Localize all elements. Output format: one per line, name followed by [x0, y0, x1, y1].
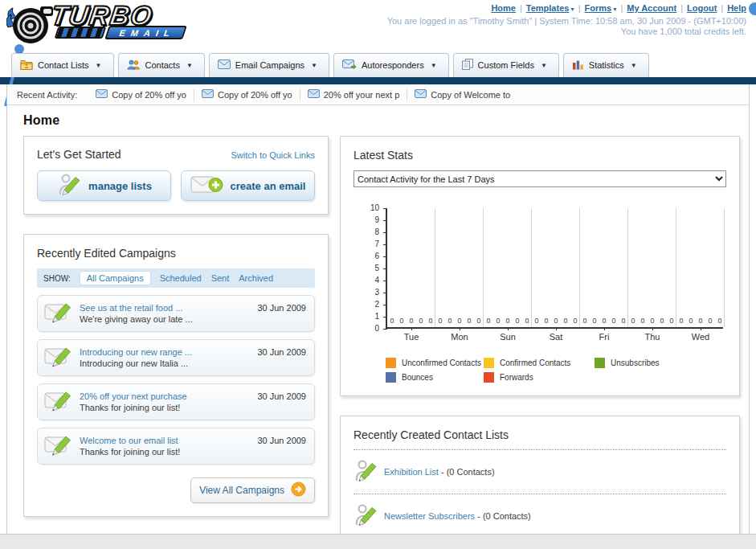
- chart-gridline: [483, 208, 484, 327]
- turbo-logo[interactable]: TURBO EMAIL: [6, 3, 185, 48]
- link-separator: |: [721, 3, 723, 13]
- bar-value-label: 0: [464, 317, 474, 325]
- y-axis-tick: [383, 256, 387, 257]
- recent-activity-item[interactable]: 20% off your next p: [300, 88, 407, 101]
- top-links-nav: Home|Templates ▾|Forms ▾|My Account|Logo…: [387, 3, 746, 13]
- bar-value-label: 0: [676, 317, 686, 325]
- top-link-help[interactable]: Help: [727, 3, 746, 13]
- legend-label: Confirmed Contacts: [500, 358, 570, 367]
- campaign-date: 30 Jun 2009: [257, 303, 306, 313]
- bar-value-label: 0: [484, 317, 493, 325]
- top-link-home[interactable]: Home: [491, 3, 516, 13]
- recent-activity-item[interactable]: Copy of Welcome to: [407, 88, 517, 101]
- recent-activity-label: Recent Activity:: [17, 90, 77, 100]
- contact-list-item[interactable]: Exhibition List - (0 Contacts): [353, 457, 726, 486]
- logo-text: TURBO EMAIL: [51, 3, 185, 39]
- filter-scheduled[interactable]: Scheduled: [160, 273, 202, 283]
- campaign-list-item[interactable]: 20% off your next purchaseThanks for joi…: [37, 383, 315, 420]
- campaign-list-item[interactable]: Introducing our new range ...Introducing…: [37, 339, 315, 376]
- tab-statistics[interactable]: Statistics▼: [563, 53, 649, 77]
- filter-all-campaigns[interactable]: All Campaigns: [80, 272, 150, 285]
- y-axis-tick-label: 6: [363, 252, 379, 260]
- tab-autoresponders[interactable]: Autoresponders▼: [333, 53, 449, 77]
- contact-list-item[interactable]: Newsletter Subscribers - (0 Contacts): [353, 502, 726, 531]
- tab-email-campaigns[interactable]: Email Campaigns▼: [209, 53, 329, 77]
- filter-archived[interactable]: Archived: [239, 273, 273, 283]
- bar-value-label: 0: [455, 317, 464, 325]
- tab-label: Custom Fields: [478, 60, 534, 70]
- login-info: You are logged in as "Timothy Smith" | S…: [387, 16, 746, 26]
- top-header: TURBO EMAIL Home|Templates ▾|Forms ▾|My …: [0, 0, 756, 77]
- arrow-circle-icon: [291, 481, 306, 499]
- decorative-dot: [749, 2, 756, 15]
- legend-item: Confirmed Contacts: [484, 358, 595, 368]
- recent-activity-bar: Recent Activity: Copy of 20% off yoCopy …: [7, 84, 749, 105]
- tab-contacts[interactable]: Contacts▼: [118, 53, 205, 77]
- mail-small-icon: [308, 89, 320, 100]
- campaign-subtitle: We're giving away our late ...: [80, 314, 251, 324]
- bar-value-label: 0: [686, 317, 696, 325]
- campaign-title[interactable]: Welcome to our email list: [80, 436, 251, 445]
- x-axis-tick: [556, 327, 557, 330]
- top-link-logout[interactable]: Logout: [687, 3, 717, 13]
- chart-gridline: [676, 208, 676, 327]
- y-axis-tick-label: 9: [363, 215, 379, 224]
- link-separator: |: [620, 3, 623, 13]
- list-edit-icon: [353, 503, 378, 529]
- header-right: Home|Templates ▾|Forms ▾|My Account|Logo…: [387, 3, 746, 36]
- logo-stripes: [55, 27, 107, 39]
- y-axis-tick: [383, 244, 387, 245]
- bar-value-label: 0: [426, 317, 435, 325]
- contact-list-link[interactable]: Newsletter Subscribers: [384, 511, 475, 521]
- turbo-swirl-icon: [6, 3, 56, 48]
- contact-list-link[interactable]: Exhibition List: [384, 467, 439, 477]
- y-axis-tick-label: 3: [363, 288, 379, 297]
- tab-custom-fields[interactable]: Custom Fields▼: [453, 53, 559, 77]
- x-axis-label: Sat: [532, 332, 580, 342]
- y-axis-tick: [383, 305, 387, 305]
- bar-value-label: 0: [570, 317, 580, 325]
- campaign-edit-icon: [44, 301, 73, 326]
- tab-contact-lists[interactable]: Contact Lists▼: [11, 53, 114, 77]
- switch-quick-links[interactable]: Switch to Quick Links: [231, 150, 315, 160]
- logo-word-email: EMAIL: [104, 26, 187, 39]
- top-link-forms[interactable]: Forms: [585, 3, 612, 13]
- y-axis-tick-label: 1: [363, 312, 379, 321]
- bar-value-label: 0: [532, 317, 541, 325]
- campaign-list-item[interactable]: See us at the retail food ...We're givin…: [37, 295, 315, 332]
- list-edit-icon: [353, 459, 378, 485]
- y-axis-tick-label: 8: [363, 227, 379, 236]
- bar-value-label: 0: [705, 317, 715, 325]
- create-an-email-button[interactable]: create an email: [181, 170, 315, 201]
- top-link-templates[interactable]: Templates: [526, 3, 570, 13]
- bar-value-label: 0: [609, 317, 619, 325]
- campaign-title[interactable]: 20% off your next purchase: [80, 391, 251, 401]
- bar-value-label: 0: [715, 317, 725, 325]
- link-separator: |: [520, 3, 522, 13]
- link-separator: |: [578, 3, 581, 13]
- legend-color-swatch: [386, 372, 396, 383]
- view-all-campaigns-button[interactable]: View All Campaigns: [190, 477, 315, 503]
- recent-activity-item[interactable]: Copy of 20% off yo: [194, 88, 300, 101]
- campaign-title[interactable]: Introducing our new range ...: [80, 347, 251, 357]
- stats-period-select[interactable]: Contact Activity for the Last 7 Days: [353, 170, 726, 187]
- campaign-title[interactable]: See us at the retail food ...: [80, 303, 251, 313]
- manage-lists-button[interactable]: manage lists: [37, 170, 171, 201]
- campaign-list-item[interactable]: Welcome to our email listThanks for join…: [37, 428, 315, 465]
- top-link-my-account[interactable]: My Account: [627, 3, 676, 13]
- filter-sent[interactable]: Sent: [211, 273, 230, 283]
- show-label: SHOW:: [43, 274, 71, 283]
- x-axis-tick: [508, 327, 509, 330]
- x-axis-label: Wed: [676, 332, 725, 342]
- campaigns-panel: Recently Edited Campaigns SHOW: All Camp…: [23, 234, 329, 517]
- chart-gridline: [531, 208, 532, 327]
- tab-label: Email Campaigns: [235, 60, 304, 70]
- bar-value-label: 0: [541, 317, 551, 325]
- legend-item: Forwards: [484, 372, 595, 383]
- recent-activity-item[interactable]: Copy of 20% off yo: [88, 88, 194, 101]
- folder-icon: [20, 59, 33, 72]
- legend-item: Bounces: [386, 372, 484, 383]
- credits-info: You have 1,000 total credits left.: [387, 27, 746, 36]
- get-started-panel: Let's Get Started Switch to Quick Links …: [23, 136, 329, 215]
- logo-word-turbo: TURBO: [50, 3, 186, 27]
